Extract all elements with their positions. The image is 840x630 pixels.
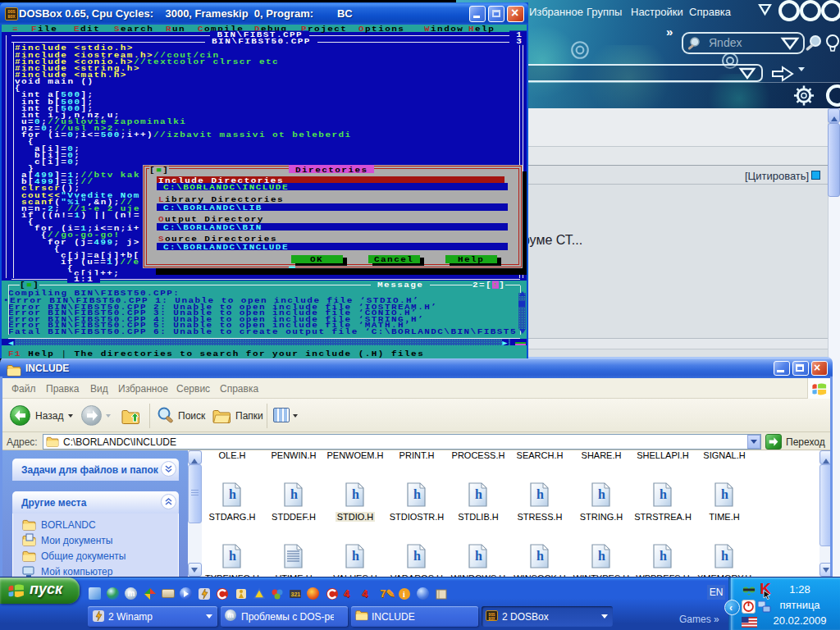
svg-text:h: h bbox=[721, 487, 728, 501]
svg-text:h: h bbox=[413, 487, 421, 501]
svg-text:h: h bbox=[721, 549, 728, 563]
svg-text:h: h bbox=[352, 549, 359, 563]
svg-text:h: h bbox=[536, 549, 544, 563]
svg-text:i: i bbox=[403, 590, 405, 599]
svg-text:h: h bbox=[475, 487, 482, 501]
svg-text:h: h bbox=[229, 487, 236, 501]
svg-text:h: h bbox=[660, 549, 667, 563]
svg-text:h: h bbox=[660, 487, 667, 501]
svg-text:h: h bbox=[229, 549, 236, 563]
svg-text:h: h bbox=[475, 549, 482, 563]
svg-text:h: h bbox=[413, 549, 421, 563]
svg-text:h: h bbox=[598, 487, 605, 501]
svg-text:h: h bbox=[536, 487, 544, 501]
svg-text:h: h bbox=[598, 549, 605, 563]
svg-text:h: h bbox=[352, 487, 359, 501]
svg-text:321: 321 bbox=[291, 591, 301, 597]
svg-text:h: h bbox=[290, 487, 298, 501]
